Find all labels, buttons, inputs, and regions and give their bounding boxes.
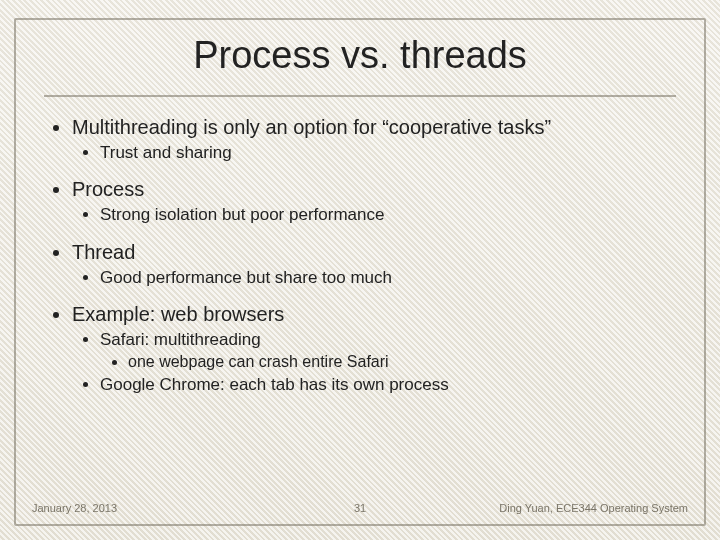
footer-date: January 28, 2013 — [32, 502, 251, 514]
bullet-4-1-text: Safari: multithreading — [100, 330, 261, 349]
bullet-3: Thread Good performance but share too mu… — [72, 240, 676, 288]
bullet-4-2: Google Chrome: each tab has its own proc… — [100, 374, 676, 395]
slide-title: Process vs. threads — [183, 34, 537, 89]
footer-page: 31 — [251, 502, 470, 514]
bullet-4-1: Safari: multithreading one webpage can c… — [100, 329, 676, 372]
bullet-4-1-1: one webpage can crash entire Safari — [128, 352, 676, 372]
bullet-1-1: Trust and sharing — [100, 142, 676, 163]
bullet-list: Multithreading is only an option for “co… — [44, 115, 676, 395]
content-area: Multithreading is only an option for “co… — [16, 97, 704, 395]
bullet-1-text: Multithreading is only an option for “co… — [72, 116, 551, 138]
bullet-1: Multithreading is only an option for “co… — [72, 115, 676, 163]
bullet-2-text: Process — [72, 178, 144, 200]
bullet-3-text: Thread — [72, 241, 135, 263]
footer: January 28, 2013 31 Ding Yuan, ECE344 Op… — [16, 502, 704, 514]
bullet-4-text: Example: web browsers — [72, 303, 284, 325]
bullet-2: Process Strong isolation but poor perfor… — [72, 177, 676, 225]
title-area: Process vs. threads — [16, 20, 704, 97]
slide: Process vs. threads Multithreading is on… — [0, 0, 720, 540]
bullet-3-1: Good performance but share too much — [100, 267, 676, 288]
bullet-4: Example: web browsers Safari: multithrea… — [72, 302, 676, 396]
slide-frame: Process vs. threads Multithreading is on… — [14, 18, 706, 526]
footer-credit: Ding Yuan, ECE344 Operating System — [469, 502, 688, 514]
bullet-2-1: Strong isolation but poor performance — [100, 204, 676, 225]
